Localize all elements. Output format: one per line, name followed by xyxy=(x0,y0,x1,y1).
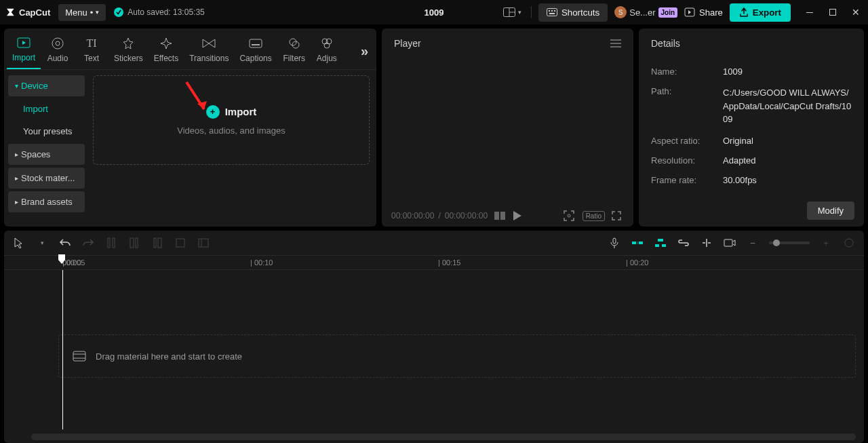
undo-button[interactable] xyxy=(58,236,72,250)
tab-text[interactable]: TI Text xyxy=(75,33,108,69)
tab-label: Transitions xyxy=(189,54,229,63)
svg-rect-7 xyxy=(549,13,555,14)
tab-label: Captions xyxy=(239,54,271,63)
tab-effects[interactable]: Effects xyxy=(149,33,184,69)
zoom-slider[interactable] xyxy=(769,242,810,244)
effects-icon xyxy=(159,36,174,51)
preview-tool[interactable] xyxy=(723,236,736,250)
svg-rect-36 xyxy=(613,238,616,244)
split-tool[interactable] xyxy=(104,236,118,250)
modify-button[interactable]: Modify xyxy=(807,201,854,220)
timeline-drop-zone[interactable]: Drag material here and start to create xyxy=(58,334,856,378)
svg-rect-38 xyxy=(639,242,643,244)
magnet-main-tool[interactable] xyxy=(631,236,644,250)
timeline-ruler[interactable]: 00:00 | 00:05 | 00:10 | 00:15 | 00:20 xyxy=(4,255,864,270)
detail-framerate: Frame rate: 30.00fps xyxy=(651,175,852,185)
sidebar-import[interactable]: Import xyxy=(8,99,85,119)
user-label: Se...er xyxy=(629,7,655,18)
share-button[interactable]: Share xyxy=(684,7,723,18)
tick-label: | 00:20 xyxy=(626,258,648,267)
check-icon xyxy=(114,7,123,17)
zoom-out-button[interactable]: − xyxy=(746,236,760,250)
minimize-button[interactable]: ─ xyxy=(803,5,816,19)
export-button[interactable]: Export xyxy=(730,3,791,22)
caret-right-icon: ▸ xyxy=(15,198,18,206)
compare-icon[interactable] xyxy=(494,212,507,220)
export-label: Export xyxy=(753,7,781,18)
tab-filters[interactable]: Filters xyxy=(277,33,311,69)
redo-button[interactable] xyxy=(81,236,95,250)
user-badge[interactable]: S Se...er Join xyxy=(614,6,677,18)
zoom-fit-button[interactable] xyxy=(842,236,856,250)
svg-rect-28 xyxy=(113,238,115,248)
detail-value: 30.00fps xyxy=(723,175,852,185)
adjust-icon xyxy=(319,36,334,51)
delete-left-tool[interactable] xyxy=(127,236,141,250)
zoom-in-button[interactable]: + xyxy=(819,236,833,250)
details-title: Details xyxy=(651,38,680,49)
plus-icon: + xyxy=(206,105,220,119)
timeline-body[interactable]: Drag material here and start to create xyxy=(4,270,864,429)
tab-label: Effects xyxy=(154,54,178,63)
tabs-more-button[interactable]: » xyxy=(355,43,374,59)
magnet-track-tool[interactable] xyxy=(654,236,667,250)
crop-tool[interactable] xyxy=(197,236,210,250)
play-button[interactable] xyxy=(513,211,526,220)
tab-label: Adjus xyxy=(317,54,337,63)
captions-icon xyxy=(248,36,263,51)
details-panel: Details Name: 1009 Path: C:/Users/GOOD W… xyxy=(639,28,864,227)
audio-icon xyxy=(50,36,65,51)
time-display: 00:00:00:00 / 00:00:00:00 xyxy=(391,211,488,220)
layout-toggle[interactable]: ▾ xyxy=(500,5,524,20)
delete-right-tool[interactable] xyxy=(151,236,164,250)
app-logo: CapCut xyxy=(5,7,50,18)
link-tool[interactable] xyxy=(677,236,690,250)
svg-rect-45 xyxy=(73,351,85,361)
mic-tool[interactable] xyxy=(608,236,621,250)
avatar: S xyxy=(614,6,627,18)
close-button[interactable]: ✕ xyxy=(849,5,863,19)
playhead-line[interactable] xyxy=(62,270,63,429)
maximize-button[interactable] xyxy=(826,5,840,19)
tab-audio[interactable]: Audio xyxy=(41,33,75,69)
detail-value: C:/Users/GOOD WILL ALWAYS/AppData/Local/… xyxy=(723,86,852,126)
fullscreen-icon[interactable] xyxy=(612,211,624,220)
pointer-dropdown[interactable]: ▾ xyxy=(35,236,49,250)
shortcuts-button[interactable]: Shortcuts xyxy=(538,3,608,22)
tab-transitions[interactable]: Transitions xyxy=(184,33,234,69)
snap-tool[interactable] xyxy=(700,236,713,250)
tab-adjustment[interactable]: Adjus xyxy=(311,33,342,69)
timeline-scrollbar[interactable] xyxy=(31,434,856,440)
ratio-button[interactable]: Ratio xyxy=(583,211,605,221)
timeline-panel: ▾ xyxy=(4,231,864,443)
playhead-handle[interactable] xyxy=(58,254,65,264)
sidebar-spaces[interactable]: ▸ Spaces xyxy=(8,144,85,165)
svg-rect-24 xyxy=(494,212,499,220)
import-drop-zone[interactable]: + Import Videos, audios, and images xyxy=(93,75,370,165)
chevron-down-icon: ▾ xyxy=(518,9,521,16)
svg-rect-4 xyxy=(549,10,550,12)
sidebar-brand[interactable]: ▸ Brand assets xyxy=(8,191,85,212)
svg-point-15 xyxy=(290,39,296,45)
sidebar-device[interactable]: ▾ Device xyxy=(8,75,85,96)
tab-import[interactable]: Import xyxy=(7,33,41,69)
zoom-thumb[interactable] xyxy=(773,239,780,246)
detail-value: Original xyxy=(723,136,852,146)
timeline-wrapper: ▾ xyxy=(0,227,868,443)
pointer-tool[interactable] xyxy=(12,236,26,250)
svg-rect-29 xyxy=(130,238,134,248)
tab-stickers[interactable]: Stickers xyxy=(108,33,149,69)
menu-button[interactable]: Menu • ▾ xyxy=(58,4,106,21)
svg-rect-31 xyxy=(154,238,156,248)
sidebar-presets[interactable]: Your presets xyxy=(8,121,85,141)
sidebar-stock[interactable]: ▸ Stock mater... xyxy=(8,168,85,189)
delete-tool[interactable] xyxy=(174,236,187,250)
svg-point-26 xyxy=(568,214,570,217)
caret-right-icon: ▸ xyxy=(15,174,18,182)
timeline-toolbar: ▾ xyxy=(4,231,864,255)
player-menu-icon[interactable] xyxy=(610,39,621,47)
svg-rect-39 xyxy=(637,242,638,244)
svg-rect-40 xyxy=(658,239,663,242)
tab-captions[interactable]: Captions xyxy=(234,33,277,69)
scale-icon[interactable] xyxy=(564,210,576,221)
